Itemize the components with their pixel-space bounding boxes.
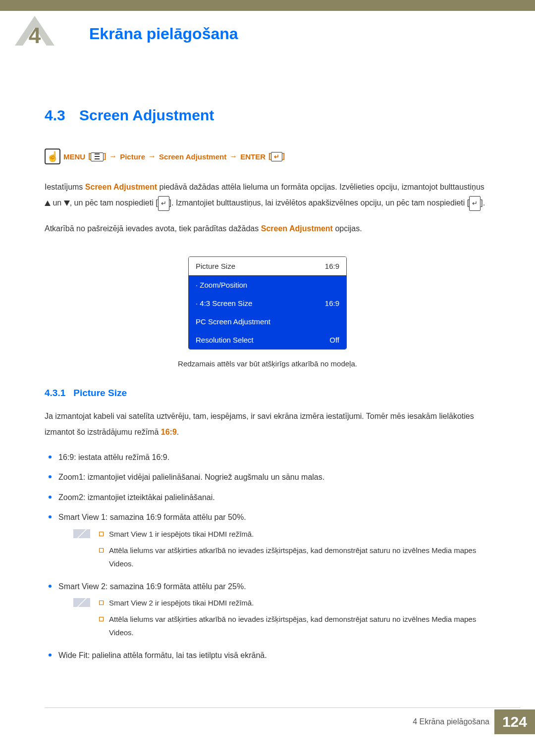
menu-step-screen-adjustment: Screen Adjustment — [159, 152, 226, 161]
note-block: Smart View 1 ir iespējots tikai HDMI rež… — [73, 527, 490, 573]
note-block: Smart View 2 ir iespējots tikai HDMI rež… — [73, 596, 490, 642]
option-key: 16:9 — [58, 453, 74, 461]
highlight: Smart View 2 — [109, 599, 153, 607]
menu-icon-bracket: [] — [88, 151, 106, 161]
text: un — [51, 199, 64, 207]
row-label: PC Screen Adjustment — [196, 317, 270, 326]
highlight: Media — [431, 615, 452, 623]
note-list: Smart View 1 ir iespējots tikai HDMI rež… — [97, 527, 490, 573]
arrow-sep: → — [229, 152, 237, 161]
text: , un pēc tam nospiedieti [ — [70, 199, 158, 207]
note-item: Attēla lielums var atšķirties atkarībā n… — [97, 544, 490, 570]
list-item: Smart View 2: samazina 16:9 formāta attē… — [45, 579, 490, 642]
row-label: · Zoom/Position — [196, 281, 247, 289]
section-heading: 4.3 Screen Adjustment — [45, 107, 490, 124]
chapter-graphic: 4 — [0, 16, 69, 48]
text: piedāvā dažādas attēla lieluma un formāt… — [157, 183, 484, 191]
table-row: Picture Size16:9 — [189, 257, 346, 276]
option-text: : samazina 16:9 formāta attēlu par 25%. — [106, 582, 246, 591]
highlight: Screen Adjustment — [261, 224, 333, 233]
highlight: Media — [431, 546, 452, 554]
text: mapes — [452, 546, 476, 554]
list-item: Zoom2: izmantojiet izteiktākai palielinā… — [45, 490, 490, 505]
menu-preview-table: Picture Size16:9 · Zoom/Position · 4:3 S… — [188, 256, 347, 350]
paragraph-2: Atkarībā no pašreizējā ievades avota, ti… — [45, 221, 490, 237]
highlight: Videos — [109, 559, 132, 568]
page-content: 4.3 Screen Adjustment ☝ MENU [] → Pictur… — [0, 48, 535, 688]
enter-icon: ↵ — [271, 152, 282, 161]
arrow-sep: → — [148, 152, 156, 161]
text: ]. Izmantojiet bulttaustiņus, lai izvēlē… — [169, 199, 470, 207]
text: Atkarībā no pašreizējā ievades avota, ti… — [45, 224, 261, 233]
list-item: 16:9: iestata attēlu režīmā 16:9. — [45, 450, 490, 465]
enter-icon-bracket: [↵] — [268, 151, 285, 161]
subsection-intro: Ja izmantojat kabeli vai satelīta uztvēr… — [45, 408, 490, 440]
text: režīmā. — [227, 530, 254, 538]
highlight: Videos — [109, 628, 132, 637]
down-arrow-icon — [64, 201, 70, 206]
enter-icon: ↵ — [469, 196, 481, 211]
highlight: Smart View 1 — [109, 530, 153, 538]
text: režīmā. — [227, 599, 254, 607]
option-key: Zoom1 — [58, 473, 83, 481]
menu-note: Redzamais attēls var būt atšķirīgs atkar… — [45, 359, 490, 368]
row-label: Picture Size — [196, 262, 235, 270]
option-text: : izmantojiet vidējai palielināšanai. No… — [83, 473, 324, 481]
row-value: 16:9 — [325, 262, 339, 270]
top-bar — [0, 0, 535, 11]
menu-step-picture: Picture — [120, 152, 145, 161]
up-arrow-icon — [45, 201, 51, 206]
page-header: 4 Ekrāna pielāgošana — [0, 11, 535, 48]
note-item: Smart View 1 ir iespējots tikai HDMI rež… — [97, 527, 490, 541]
table-row: · Zoom/Position — [189, 276, 346, 294]
table-row: Resolution SelectOff — [189, 331, 346, 349]
options-list: 16:9: iestata attēlu režīmā 16:9. Zoom1:… — [45, 450, 490, 663]
row-value: Off — [329, 336, 339, 344]
option-text: : samazina 16:9 formāta attēlu par 50%. — [106, 513, 246, 521]
highlight: 16:9 — [161, 428, 177, 436]
list-item: Wide Fit: palielina attēla formātu, lai … — [45, 648, 490, 663]
subsection-title: Picture Size — [73, 388, 127, 399]
note-item: Smart View 2 ir iespējots tikai HDMI rež… — [97, 596, 490, 609]
option-key: Zoom2 — [58, 493, 83, 502]
footer-divider — [45, 707, 520, 708]
row-value: 16:9 — [325, 299, 339, 307]
footer-label: 4 Ekrāna pielāgošana — [413, 717, 489, 726]
list-item: Smart View 1: samazina 16:9 formāta attē… — [45, 510, 490, 573]
subsection-heading: 4.3.1 Picture Size — [45, 388, 490, 399]
text: ir iespējots tikai — [153, 599, 208, 607]
text: Attēla lielums var atšķirties atkarībā n… — [109, 546, 431, 554]
menu-path: ☝ MENU [] → Picture → Screen Adjustment … — [45, 149, 490, 164]
footer-right: 4 Ekrāna pielāgošana 124 — [413, 709, 535, 734]
row-label: · 4:3 Screen Size — [196, 299, 252, 307]
highlight: Screen Adjustment — [85, 183, 157, 191]
subsection-number: 4.3.1 — [45, 388, 65, 399]
row-label: Resolution Select — [196, 336, 254, 344]
list-item: Zoom1: izmantojiet vidējai palielināšana… — [45, 470, 490, 485]
note-item: Attēla lielums var atšķirties atkarībā n… — [97, 612, 490, 639]
option-text: : izmantojiet izteiktākai palielināšanai… — [83, 493, 215, 502]
paragraph-1: Iestatījums Screen Adjustment piedāvā da… — [45, 179, 490, 211]
highlight: HDMI — [208, 530, 227, 538]
text: opcijas. — [333, 224, 362, 233]
header-title: Ekrāna pielāgošana — [69, 16, 238, 43]
text: ]. — [481, 199, 485, 207]
text: Ja izmantojat kabeli vai satelīta uztvēr… — [45, 412, 474, 436]
svg-text:4: 4 — [29, 23, 41, 46]
arrow-sep: → — [109, 152, 117, 161]
enter-icon: ↵ — [158, 196, 169, 211]
menu-label: MENU — [63, 152, 85, 161]
option-text: : iestata attēlu režīmā 16:9. — [74, 453, 169, 461]
section-title: Screen Adjustment — [79, 107, 214, 124]
page-footer: 4 Ekrāna pielāgošana 124 — [0, 707, 535, 734]
page-number: 124 — [494, 709, 535, 734]
highlight: HDMI — [208, 599, 227, 607]
menu-bars-icon — [91, 152, 104, 161]
enter-label: ENTER — [240, 152, 266, 161]
text: . — [177, 428, 179, 436]
text: Iestatījums — [45, 183, 85, 191]
option-key: Smart View 1 — [58, 513, 106, 521]
note-icon — [73, 529, 90, 538]
note-list: Smart View 2 ir iespējots tikai HDMI rež… — [97, 596, 490, 642]
option-key: Smart View 2 — [58, 582, 106, 591]
